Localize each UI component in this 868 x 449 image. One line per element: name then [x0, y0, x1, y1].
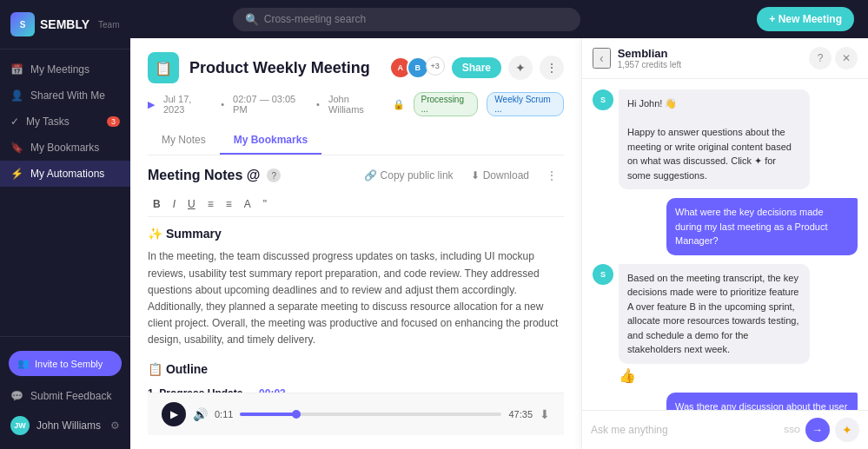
outline-section: 📋 Outline 1. Progress Update — 00:03 Joh…: [148, 360, 560, 393]
summary-title: ✨ Summary: [148, 224, 560, 243]
tab-my-bookmarks[interactable]: My Bookmarks: [220, 127, 321, 155]
sidebar-item-shared-with-me[interactable]: 👤 Shared With Me: [0, 83, 130, 109]
content-area: 📋 Product Weekly Meeting A B +3 Share ✦ …: [130, 38, 868, 449]
underline-button[interactable]: U: [182, 195, 201, 213]
meeting-time: 02:07 — 03:05 PM: [233, 94, 308, 115]
outline-item-1-title: 1. Progress Update — 00:03: [148, 386, 560, 393]
formatting-bar: B I U ≡ ≡ A ": [148, 192, 564, 217]
progress-bar[interactable]: [240, 413, 501, 416]
meeting-date: Jul 17, 2023: [163, 94, 212, 115]
tasks-icon: ✓: [10, 116, 19, 128]
avatar-count: +3: [426, 56, 445, 76]
notes-section: Meeting Notes @ ? 🔗 Copy public link ⬇ D…: [148, 155, 564, 393]
chat-help-button[interactable]: ?: [809, 47, 832, 69]
notes-toolbar: 🔗 Copy public link ⬇ Download ⋮: [357, 166, 564, 185]
ai-avatar: S: [593, 89, 613, 110]
user-name: John Williams: [36, 419, 101, 432]
bookmarks-icon: 🔖: [10, 142, 23, 154]
chat-title: Semblian: [618, 47, 802, 60]
message-row-4: Was there any discussion about the user …: [593, 393, 858, 411]
meeting-meta: ▶ Jul 17, 2023 • 02:07 — 03:05 PM • John…: [148, 92, 564, 116]
lightning-icon[interactable]: ✦: [508, 56, 533, 80]
nav-label: My Bookmarks: [30, 142, 99, 154]
automations-icon: ⚡: [10, 168, 23, 180]
invite-to-sembly-button[interactable]: 👥 Invite to Sembly: [9, 351, 122, 376]
meeting-actions: A B +3 Share ✦ ⋮: [394, 56, 564, 80]
meeting-avatars: A B +3: [394, 56, 445, 79]
play-button[interactable]: ▶: [162, 402, 186, 426]
video-icon: ▶: [148, 99, 155, 110]
total-time: 47:35: [508, 409, 533, 419]
volume-icon[interactable]: 🔊: [193, 407, 208, 421]
heading-button[interactable]: A: [239, 195, 256, 213]
message-row-1: S Hi John! 👋 Happy to answer questions a…: [593, 89, 858, 189]
progress-thumb: [292, 410, 301, 419]
feedback-label: Submit Feedback: [30, 390, 111, 402]
sidebar-item-my-automations[interactable]: ⚡ My Automations: [0, 161, 130, 187]
more-options-button[interactable]: ⋮: [540, 166, 564, 185]
search-bar[interactable]: 🔍: [233, 8, 580, 31]
chat-send-button[interactable]: →: [805, 418, 830, 442]
chat-close-button[interactable]: ✕: [835, 47, 858, 69]
download-button[interactable]: ⬇ Download: [464, 166, 536, 185]
help-icon[interactable]: ?: [267, 168, 281, 182]
notes-header: Meeting Notes @ ? 🔗 Copy public link ⬇ D…: [148, 166, 564, 185]
new-meeting-button[interactable]: + New Meeting: [757, 7, 854, 31]
chat-header-actions: ? ✕: [809, 47, 858, 69]
search-icon: 🔍: [245, 13, 259, 26]
italic-button[interactable]: I: [168, 195, 181, 213]
outline-title: 📋 Outline: [148, 360, 560, 379]
quote-button[interactable]: ": [258, 195, 272, 213]
current-time: 0:11: [215, 409, 233, 419]
summary-section: ✨ Summary In the meeting, the team discu…: [148, 224, 560, 349]
tab-my-notes[interactable]: My Notes: [148, 127, 220, 155]
meeting-icon: 📋: [148, 52, 179, 83]
lock-icon: 🔒: [393, 99, 405, 110]
chat-messages: S Hi John! 👋 Happy to answer questions a…: [582, 79, 868, 410]
user-profile-item[interactable]: JW John Williams ⚙: [0, 409, 130, 442]
meeting-panel: 📋 Product Weekly Meeting A B +3 Share ✦ …: [130, 38, 581, 449]
team-label: Team: [98, 20, 119, 30]
audio-download-icon[interactable]: ⬇: [540, 407, 550, 421]
feedback-icon: 💬: [10, 390, 23, 402]
notes-tabs: My Notes My Bookmarks: [148, 127, 564, 155]
nav-label: My Tasks: [26, 116, 70, 128]
align-button[interactable]: ≡: [202, 195, 219, 213]
user-avatar: JW: [10, 416, 30, 435]
summary-text: In the meeting, the team discussed progr…: [148, 248, 560, 348]
ai-avatar-2: S: [593, 264, 613, 285]
more-options-icon[interactable]: ⋮: [540, 56, 564, 80]
meeting-header: 📋 Product Weekly Meeting A B +3 Share ✦ …: [148, 52, 564, 83]
user-message-2: Was there any discussion about the user …: [666, 393, 858, 411]
share-button[interactable]: Share: [452, 57, 501, 78]
sidebar-item-my-tasks[interactable]: ✓ My Tasks 3: [0, 109, 130, 135]
tasks-badge: 3: [107, 116, 120, 127]
ai-message-2: Based on the meeting transcript, the key…: [619, 264, 810, 364]
copy-link-button[interactable]: 🔗 Copy public link: [357, 166, 461, 185]
nav-label: My Meetings: [30, 63, 89, 76]
shared-icon: 👤: [10, 89, 23, 102]
gear-icon[interactable]: ⚙: [110, 419, 120, 432]
weekly-scrum-tag: Weekly Scrum ...: [487, 92, 564, 116]
nav-label: My Automations: [30, 168, 104, 180]
sidebar-item-my-bookmarks[interactable]: 🔖 My Bookmarks: [0, 135, 130, 161]
sidebar-bottom: 👥 Invite to Sembly 💬 Submit Feedback JW …: [0, 336, 130, 449]
ai-message-1: Hi John! 👋 Happy to answer questions abo…: [619, 89, 810, 189]
sidebar: S SEMBLY Team 📅 My Meetings 👤 Shared Wit…: [0, 0, 130, 449]
chat-title-area: Semblian 1,957 credits left: [618, 47, 802, 69]
chat-input[interactable]: [591, 424, 779, 436]
meeting-title-area: Product Weekly Meeting: [189, 59, 384, 77]
search-input[interactable]: [264, 13, 568, 25]
submit-feedback-item[interactable]: 💬 Submit Feedback: [0, 383, 130, 409]
chat-magic-button[interactable]: ✦: [835, 418, 859, 442]
calendar-icon: 📅: [10, 63, 23, 76]
sso-label: SSO: [784, 426, 800, 434]
bold-button[interactable]: B: [148, 195, 166, 213]
list-button[interactable]: ≡: [221, 195, 237, 213]
sidebar-item-my-meetings[interactable]: 📅 My Meetings: [0, 56, 130, 83]
chat-back-button[interactable]: ‹: [593, 48, 611, 69]
download-icon: ⬇: [471, 169, 480, 182]
thumbs-up-icon[interactable]: 👍: [619, 367, 810, 384]
user-message-1: What were the key decisions made during …: [666, 198, 858, 255]
audio-player: ▶ 🔊 0:11 47:35 ⬇: [148, 393, 564, 435]
